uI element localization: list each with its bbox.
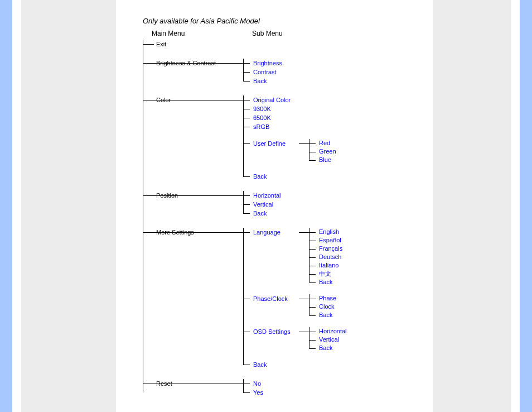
main-item-position: PositionHorizontalVerticalBack: [143, 191, 422, 218]
sub-item: User DefineRedGreenBlue: [251, 139, 336, 164]
menu-column-headers: Main Menu Sub Menu: [143, 30, 422, 37]
page-edge-right: [520, 0, 532, 412]
leaf-item: 中文: [317, 270, 342, 278]
sub-item-label: Brightness: [253, 59, 307, 68]
main-item-color: ColorOriginal Color9300K6500KsRGBUser De…: [143, 95, 422, 181]
page-edge-left: [0, 0, 12, 412]
sub-item: 6500K: [251, 113, 336, 122]
sub-item: Back: [251, 172, 336, 181]
sub-item: Vertical: [251, 200, 307, 209]
sidebar-left: [21, 0, 116, 412]
sub-item-label: Back: [253, 360, 307, 369]
leaf-item: Red: [317, 139, 336, 147]
leaf-item: Back: [317, 344, 347, 352]
leaf-item: Français: [317, 245, 342, 253]
main-item-brightness-contrast: Brightness & ContrastBrightnessContrastB…: [143, 59, 422, 85]
sub-item-label: sRGB: [253, 122, 307, 131]
leaf-item: Horizontal: [317, 327, 347, 336]
sub-item-label: Back: [253, 209, 307, 218]
leaf-item: Blue: [317, 156, 336, 164]
leaf-item: Deutsch: [317, 253, 342, 261]
leaf-item: Clock: [317, 303, 336, 311]
sub-menu-header: Sub Menu: [252, 30, 283, 37]
sub-item-label: Vertical: [253, 200, 307, 209]
sidebar-right: [433, 0, 511, 412]
sub-item: LanguageEnglishEspañolFrançaisDeutschIta…: [251, 228, 347, 286]
sub-item-label: Back: [253, 76, 307, 85]
sub-item: Original Color: [251, 95, 336, 104]
sub-item: Horizontal: [251, 191, 307, 200]
sub-item-label: Contrast: [253, 68, 307, 76]
leaf-item: Vertical: [317, 336, 347, 344]
sub-list: HorizontalVerticalBack: [243, 191, 307, 218]
sub-item: 9300K: [251, 104, 336, 113]
sub-item: OSD SettingsHorizontalVerticalBack: [251, 327, 347, 352]
leaf-item: Back: [317, 311, 336, 319]
sub-item: No: [251, 379, 307, 388]
sub-item-label: 6500K: [253, 113, 307, 122]
leaf-list: HorizontalVerticalBack: [309, 327, 347, 352]
sub-item-label: No: [253, 379, 307, 388]
main-item-reset: ResetNoYes: [143, 379, 422, 397]
main-menu-header: Main Menu: [143, 30, 252, 37]
leaf-list: EnglishEspañolFrançaisDeutschItaliano中文B…: [309, 228, 342, 286]
sub-list: LanguageEnglishEspañolFrançaisDeutschIta…: [243, 228, 347, 369]
main-item-exit: Exit: [143, 40, 422, 49]
leaf-item: Español: [317, 236, 342, 245]
leaf-item: Green: [317, 147, 336, 156]
leaf-item: Italiano: [317, 261, 342, 270]
osd-menu-tree: ExitBrightness & ContrastBrightnessContr…: [143, 40, 422, 397]
sub-item: Back: [251, 76, 307, 85]
sub-list: Original Color9300K6500KsRGBUser DefineR…: [243, 95, 336, 181]
leaf-item: Back: [317, 278, 342, 286]
main-item-label: Exit: [156, 40, 243, 49]
content-area: Only available for Asia Pacific Model Ma…: [143, 17, 422, 412]
sub-item: Back: [251, 360, 347, 369]
model-caption: Only available for Asia Pacific Model: [143, 17, 422, 25]
leaf-list: PhaseClockBack: [309, 294, 336, 319]
sub-item-label: Yes: [253, 388, 307, 397]
sub-item: Back: [251, 209, 307, 218]
sub-item-label: Original Color: [253, 95, 307, 104]
sub-item: Phase/ClockPhaseClockBack: [251, 294, 347, 319]
sub-item: sRGB: [251, 122, 336, 131]
sub-item: Contrast: [251, 68, 307, 76]
leaf-item: English: [317, 228, 342, 236]
sub-item-label: 9300K: [253, 104, 307, 113]
sub-item-label: Horizontal: [253, 191, 307, 200]
sub-list: NoYes: [243, 379, 307, 397]
sub-list: BrightnessContrastBack: [243, 59, 307, 85]
leaf-list: RedGreenBlue: [309, 139, 336, 164]
leaf-item: Phase: [317, 294, 336, 303]
sub-item-label: Back: [253, 172, 307, 181]
sub-item: Yes: [251, 388, 307, 397]
main-item-more-settings: More SettingsLanguageEnglishEspañolFranç…: [143, 228, 422, 369]
sub-item: Brightness: [251, 59, 307, 68]
